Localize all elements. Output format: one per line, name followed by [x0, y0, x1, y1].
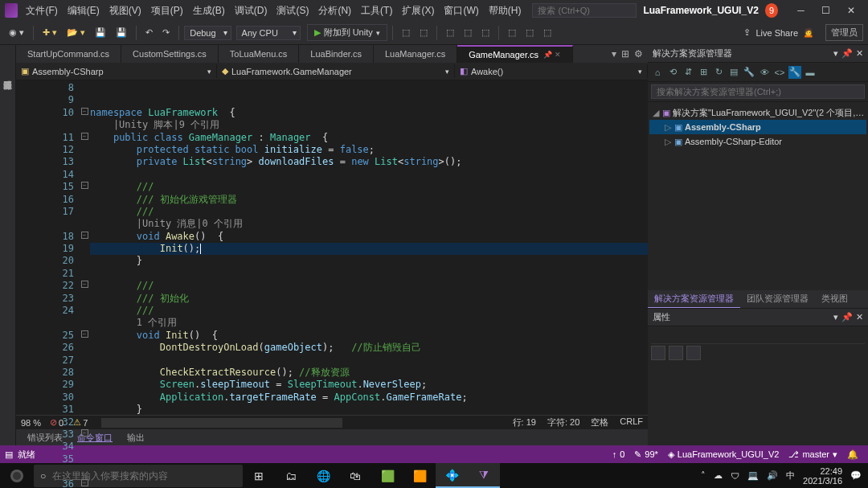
solution-search-input[interactable]	[651, 84, 865, 99]
tool-icon-3[interactable]: ⬚	[442, 25, 458, 40]
system-tray[interactable]: ˄ ☁ 🛡 💻 🔊 中 22:492021/3/16 💬	[694, 466, 868, 486]
doc-tab[interactable]: StartUpCommand.cs	[16, 45, 121, 63]
solution-project[interactable]: ▷▣Assembly-CSharp-Editor	[649, 134, 866, 149]
notification-badge[interactable]: 9	[765, 3, 778, 18]
repo-name[interactable]: ◈ LuaFramework_UGUI_V2	[663, 449, 784, 460]
doc-tab[interactable]: CustomSettings.cs	[121, 45, 219, 63]
solution-root[interactable]: ◢ ▣ 解决方案"LuaFramework_UGUI_V2"(2 个项目, 共 …	[649, 105, 866, 120]
tool-icon-4[interactable]: ⬚	[460, 25, 476, 40]
scroll-preview[interactable]	[101, 418, 342, 428]
tab-split-icon[interactable]: ⊞	[621, 48, 629, 59]
prop-close-icon[interactable]: ✕	[856, 312, 863, 322]
title-search[interactable]	[532, 3, 637, 18]
undo-button[interactable]: ↶	[141, 25, 157, 40]
solution-project[interactable]: ▷▣Assembly-CSharp	[649, 120, 866, 134]
panel-close-icon[interactable]: ✕	[856, 48, 863, 59]
properties-icon[interactable]: 🔧	[743, 66, 755, 79]
edge-icon[interactable]: 🌐	[307, 463, 339, 488]
save-button[interactable]: 💾	[91, 25, 110, 40]
code-editor[interactable]: 8910111213141516171819202122232425262728…	[16, 80, 648, 415]
vscode-icon[interactable]: 💠	[436, 463, 468, 488]
show-all-icon[interactable]: ⊞	[697, 66, 710, 79]
taskbar-clock[interactable]: 22:492021/3/16	[803, 466, 842, 486]
prop-alpha-icon[interactable]	[669, 346, 683, 360]
prop-pin-icon[interactable]: 📌	[841, 312, 853, 322]
solution-subtab[interactable]: 解决方案资源管理器	[648, 290, 740, 308]
preview-icon[interactable]: 👁	[758, 66, 771, 79]
wrench-icon[interactable]: 🔧	[788, 66, 801, 79]
server-explorer-tab[interactable]: 服务器资源管理器	[0, 69, 15, 79]
tray-cloud-icon[interactable]: ☁	[714, 470, 723, 481]
save-all-button[interactable]: 💾	[112, 25, 131, 40]
tray-ime-icon[interactable]: 中	[786, 470, 795, 482]
app-icon-2[interactable]: 🟧	[403, 463, 436, 488]
nav-type[interactable]: ◆ LuaFramework.GameManager▾	[217, 64, 455, 78]
config-combo[interactable]: Debug	[184, 26, 231, 40]
nav-scope[interactable]: ▣ Assembly-CSharp▾	[16, 64, 217, 78]
new-button[interactable]: ✚ ▾	[39, 25, 61, 40]
nav-back-button[interactable]: ◉ ▾	[5, 25, 28, 40]
doc-tab[interactable]: LuaBinder.cs	[299, 45, 374, 63]
store-icon[interactable]: 🛍	[339, 463, 371, 488]
doc-tab[interactable]: GameManager.cs📌 ✕	[457, 45, 572, 63]
tool-icon-2[interactable]: ⬚	[416, 25, 432, 40]
tray-sound-icon[interactable]: 🔊	[767, 470, 778, 481]
liveshare-label[interactable]: Live Share	[755, 28, 798, 38]
collapse-icon[interactable]: ⇵	[682, 66, 694, 79]
close-button[interactable]: ✕	[838, 2, 863, 19]
prop-dropdown-icon[interactable]: ▾	[833, 312, 838, 322]
tray-up-icon[interactable]: ˄	[701, 470, 706, 481]
doc-tab[interactable]: ToLuaMenu.cs	[219, 45, 300, 63]
menu-生成(B)[interactable]: 生成(B)	[188, 1, 230, 21]
prop-categorize-icon[interactable]	[651, 346, 665, 360]
solution-tree[interactable]: ◢ ▣ 解决方案"LuaFramework_UGUI_V2"(2 个项目, 共 …	[648, 102, 868, 290]
filter-icon[interactable]: ▤	[727, 66, 740, 79]
tray-shield-icon[interactable]: 🛡	[731, 471, 739, 481]
app-icon-1[interactable]: 🟩	[371, 463, 403, 488]
tool-icon-7[interactable]: ⬚	[522, 25, 538, 40]
output-window-icon[interactable]: ▤	[5, 449, 13, 460]
sync-icon[interactable]: ⟲	[666, 66, 679, 79]
tab-dropdown-icon[interactable]: ▾	[612, 48, 616, 59]
menu-测试(S)[interactable]: 测试(S)	[272, 1, 313, 21]
line-ending[interactable]: CRLF	[620, 416, 643, 429]
minimize-button[interactable]: ─	[788, 2, 813, 19]
doc-tab[interactable]: LuaManager.cs	[374, 45, 457, 63]
tool-icon-1[interactable]: ⬚	[398, 25, 414, 40]
start-debug-button[interactable]: ▶ 附加到 Unity ▾	[307, 24, 387, 41]
menu-工具(T)[interactable]: 工具(T)	[356, 1, 397, 21]
bottom-tab[interactable]: 命令窗口	[71, 430, 119, 445]
menu-项目(P)[interactable]: 项目(P)	[146, 1, 188, 21]
action-center-icon[interactable]: 💬	[850, 470, 862, 481]
panel-pin-icon[interactable]: 📌	[841, 48, 853, 59]
more-icon[interactable]: ▬	[804, 66, 817, 79]
changes-count[interactable]: ✎ 99*	[629, 449, 663, 460]
open-button[interactable]: 📂 ▾	[63, 25, 89, 40]
tool-icon-8[interactable]: ⬚	[539, 25, 555, 40]
indent-mode[interactable]: 空格	[591, 416, 608, 429]
view-code-icon[interactable]: <>	[773, 66, 786, 79]
menu-分析(N)[interactable]: 分析(N)	[313, 1, 356, 21]
bottom-tab[interactable]: 输出	[121, 430, 151, 445]
menu-视图(V)[interactable]: 视图(V)	[104, 1, 146, 21]
pull-count[interactable]: ↑ 0	[608, 449, 630, 459]
menu-窗口(W)[interactable]: 窗口(W)	[439, 1, 483, 21]
menu-帮助(H)[interactable]: 帮助(H)	[484, 1, 526, 21]
tray-net-icon[interactable]: 💻	[747, 470, 759, 481]
solution-subtab[interactable]: 类视图	[815, 290, 854, 308]
panel-dropdown-icon[interactable]: ▾	[833, 48, 838, 59]
account-icon[interactable]: 🙍	[803, 27, 814, 38]
prop-pages-icon[interactable]	[686, 346, 701, 360]
task-view-icon[interactable]: ⊞	[243, 463, 275, 488]
home-icon[interactable]: ⌂	[651, 66, 664, 79]
notifications-icon[interactable]: 🔔	[842, 449, 863, 460]
redo-button[interactable]: ↷	[158, 25, 174, 40]
explorer-icon[interactable]: 🗂	[275, 463, 307, 488]
tool-icon-6[interactable]: ⬚	[504, 25, 520, 40]
tab-settings-icon[interactable]: ⚙	[634, 48, 643, 59]
menu-调试(D)[interactable]: 调试(D)	[230, 1, 272, 21]
platform-combo[interactable]: Any CPU	[236, 26, 301, 40]
maximize-button[interactable]: ☐	[813, 2, 838, 19]
title-search-input[interactable]	[532, 3, 637, 18]
tool-icon-5[interactable]: ⬚	[477, 25, 493, 40]
